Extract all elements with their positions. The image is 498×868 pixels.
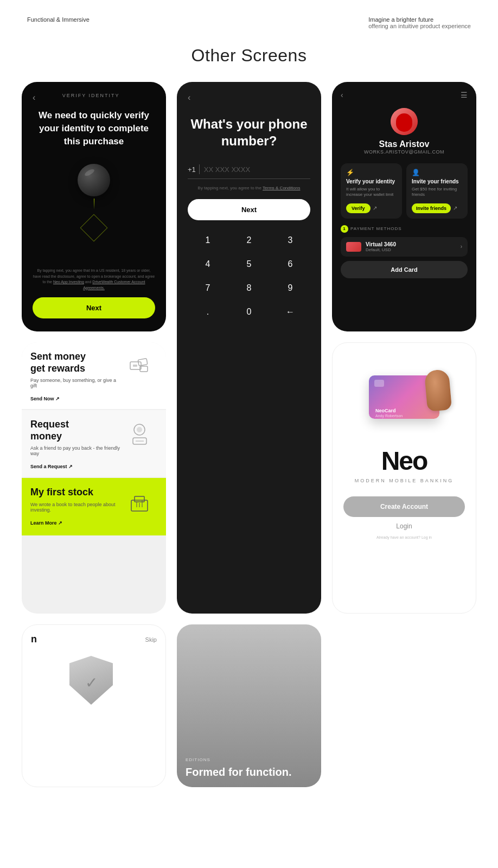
arrow-icon: ↗: [373, 205, 377, 211]
svg-rect-1: [133, 365, 137, 367]
back-icon-profile[interactable]: ‹: [341, 91, 343, 99]
phone-input-row: +1 XX XXX XXXX: [188, 160, 310, 179]
stock-illustration: [125, 487, 157, 519]
create-account-button[interactable]: Create Account: [343, 496, 465, 517]
verify-card-title: Verify your identity: [346, 178, 397, 184]
learn-more-link[interactable]: Learn More: [30, 520, 62, 526]
payment-section-title: 1 PAYMENT METHODS: [341, 225, 468, 233]
screen-title: VERIFY IDENTITY: [62, 93, 120, 98]
reward-card-send: Sent moneyget rewards Pay someone, buy s…: [22, 342, 166, 409]
screen-phone: ‹ What's your phone number? +1 XX XXX XX…: [177, 82, 321, 614]
profile-name: Stas Aristov: [379, 139, 430, 149]
svg-point-5: [137, 427, 142, 432]
screens-grid: ‹ VERIFY IDENTITY We need to quickly ver…: [0, 82, 498, 809]
back-icon-phone[interactable]: ‹: [188, 93, 310, 103]
invite-card-title: Invite your friends: [412, 178, 462, 184]
divider: [199, 164, 200, 174]
reward-card-stock: My first stock We wrote a book to teach …: [22, 478, 166, 535]
profile-email: WORKS.ARISTOV@GMAIL.COM: [364, 149, 444, 155]
invite-card: 👤 Invite your friends Get $50 free for i…: [406, 163, 468, 219]
neo-logo: Neo: [381, 446, 427, 476]
screen-verify: ‹ VERIFY IDENTITY We need to quickly ver…: [22, 82, 166, 331]
arrow-icon-invite: ↗: [453, 205, 457, 211]
key-3[interactable]: 3: [270, 229, 310, 252]
payment-item-left: Virtual 3460 Default, USD: [346, 241, 396, 252]
invite-card-desc: Get $50 free for inviting friends: [412, 187, 462, 198]
phone-next-button[interactable]: Next: [188, 199, 310, 220]
send-illustration: [125, 351, 157, 384]
skip-button[interactable]: Skip: [145, 636, 157, 643]
payment-item-info: Virtual 3460 Default, USD: [366, 241, 396, 252]
card-mini-icon: [346, 242, 361, 252]
shield-shape: ✓: [69, 656, 113, 705]
card-label: NeoCard: [375, 408, 396, 413]
key-9[interactable]: 9: [270, 277, 310, 299]
filter-icon[interactable]: ☰: [461, 91, 468, 99]
neo-tagline: MODERN MOBILE BANKING: [355, 478, 454, 483]
header: Functional & Immersive Imagine a brighte…: [0, 0, 498, 35]
login-button[interactable]: Login: [343, 522, 465, 530]
profile-cards-row: ⚡ Verify your identity It will allow you…: [341, 163, 468, 219]
virtual-card-sub: Default, USD: [366, 247, 396, 252]
screen-profile: ‹ ☰ Stas Aristov WORKS.ARISTOV@GMAIL.COM…: [332, 82, 476, 331]
svg-rect-9: [135, 496, 144, 502]
disclaimer-text: By tapping next, you agree that Im a US …: [33, 268, 155, 291]
numpad: 1 2 3 4 5 6 7 8 9 . 0 ←: [188, 229, 310, 323]
back-icon[interactable]: ‹: [33, 93, 35, 103]
neo-n-logo: n: [31, 634, 37, 645]
verify-main-text: We need to quickly verify your identity …: [33, 109, 155, 148]
request-link[interactable]: Send a Request: [30, 464, 73, 469]
sphere-3d: [78, 164, 110, 196]
header-right: Imagine a brighter future offering an in…: [368, 16, 471, 29]
verify-card-desc: It will allow you to increase your walle…: [346, 187, 397, 198]
shield-header: n Skip: [31, 634, 157, 645]
invite-button[interactable]: Invite friends: [412, 203, 451, 213]
add-card-button[interactable]: Add Card: [341, 261, 468, 278]
card-holder: Andy Robertson: [375, 414, 403, 418]
formed-text: Formed for function.: [186, 765, 312, 778]
screen-shield: n Skip ✓: [22, 624, 166, 787]
profile-avatar-section: Stas Aristov WORKS.ARISTOV@GMAIL.COM: [341, 108, 468, 155]
key-backspace[interactable]: ←: [270, 301, 310, 323]
key-0[interactable]: 0: [229, 301, 269, 323]
phone-main-text: What's your phone number?: [188, 116, 310, 149]
next-button[interactable]: Next: [33, 297, 155, 318]
key-8[interactable]: 8: [229, 277, 269, 299]
key-1[interactable]: 1: [188, 229, 228, 252]
verify-card: ⚡ Verify your identity It will allow you…: [341, 163, 402, 219]
profile-header: ‹ ☰: [341, 91, 468, 99]
payment-item[interactable]: Virtual 3460 Default, USD ›: [341, 237, 468, 257]
terms-link[interactable]: Terms & Conditions: [263, 186, 300, 190]
lightning-icon: ⚡: [346, 169, 397, 176]
page-title: Other Screens: [0, 46, 498, 66]
shield-illustration: ✓: [69, 656, 118, 710]
sphere-illustration: [33, 164, 155, 244]
payment-badge: 1: [341, 225, 348, 233]
key-4[interactable]: 4: [188, 253, 228, 276]
terms-text: By tapping next, you agree to the Terms …: [188, 186, 310, 190]
key-5[interactable]: 5: [229, 253, 269, 276]
virtual-card-name: Virtual 3460: [366, 241, 396, 247]
avatar: [391, 108, 418, 135]
key-dot[interactable]: .: [188, 301, 228, 323]
person-icon: 👤: [412, 169, 462, 176]
screen-neo: NeoCard Andy Robertson Neo MODERN MOBILE…: [332, 342, 476, 614]
check-icon: ✓: [85, 674, 98, 692]
verify-button[interactable]: Verify: [346, 203, 371, 213]
screen-formed: EDITIONS Formed for function.: [177, 624, 321, 787]
send-now-link[interactable]: Send Now: [30, 396, 60, 401]
neo-footer: Already have an account? Log in: [376, 535, 432, 539]
phone-placeholder[interactable]: XX XXX XXXX: [204, 165, 250, 174]
editions-label: EDITIONS: [186, 757, 312, 762]
key-2[interactable]: 2: [229, 229, 269, 252]
key-7[interactable]: 7: [188, 277, 228, 299]
country-code: +1: [188, 165, 196, 174]
request-illustration: [125, 419, 157, 451]
chevron-right-icon: ›: [461, 244, 462, 250]
neo-card-area: NeoCard Andy Robertson: [343, 359, 465, 435]
reward-card-request: Requestmoney Ask a friend to pay you bac…: [22, 410, 166, 477]
header-left: Functional & Immersive: [27, 16, 90, 29]
screen-rewards: Sent moneyget rewards Pay someone, buy s…: [22, 342, 166, 614]
key-6[interactable]: 6: [270, 253, 310, 276]
